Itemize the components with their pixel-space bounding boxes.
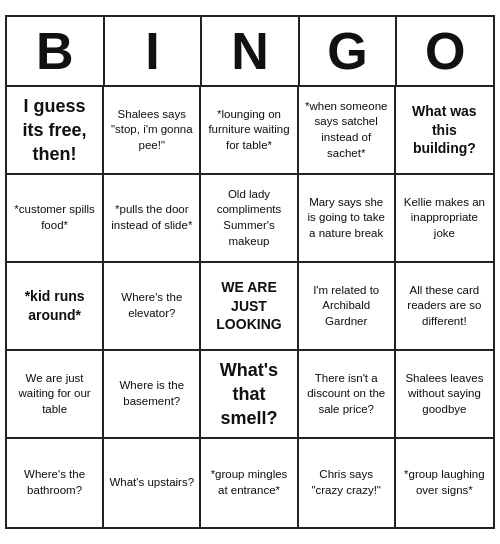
- bingo-cell-8[interactable]: Mary says she is going to take a nature …: [299, 175, 396, 263]
- header-letter-o: O: [397, 17, 493, 85]
- bingo-cell-6[interactable]: *pulls the door instead of slide*: [104, 175, 201, 263]
- bingo-cell-22[interactable]: *group mingles at entrance*: [201, 439, 298, 527]
- bingo-cell-17[interactable]: What's that smell?: [201, 351, 298, 439]
- bingo-cell-19[interactable]: Shalees leaves without saying goodbye: [396, 351, 493, 439]
- header-letter-g: G: [300, 17, 398, 85]
- bingo-cell-24[interactable]: *group laughing over signs*: [396, 439, 493, 527]
- bingo-header: BINGO: [7, 17, 493, 87]
- bingo-cell-23[interactable]: Chris says "crazy crazy!": [299, 439, 396, 527]
- header-letter-n: N: [202, 17, 300, 85]
- bingo-cell-9[interactable]: Kellie makes an inappropriate joke: [396, 175, 493, 263]
- bingo-cell-3[interactable]: *when someone says satchel instead of sa…: [299, 87, 396, 175]
- bingo-cell-12[interactable]: WE ARE JUST LOOKING: [201, 263, 298, 351]
- bingo-cell-5[interactable]: *customer spills food*: [7, 175, 104, 263]
- header-letter-i: I: [105, 17, 203, 85]
- bingo-cell-13[interactable]: I'm related to Archibald Gardner: [299, 263, 396, 351]
- bingo-card: BINGO I guess its free, then!Shalees say…: [5, 15, 495, 529]
- bingo-cell-10[interactable]: *kid runs around*: [7, 263, 104, 351]
- bingo-cell-20[interactable]: Where's the bathroom?: [7, 439, 104, 527]
- bingo-cell-1[interactable]: Shalees says "stop, i'm gonna pee!": [104, 87, 201, 175]
- bingo-cell-0[interactable]: I guess its free, then!: [7, 87, 104, 175]
- bingo-cell-16[interactable]: Where is the basement?: [104, 351, 201, 439]
- bingo-cell-14[interactable]: All these card readers are so different!: [396, 263, 493, 351]
- bingo-cell-4[interactable]: What was this building?: [396, 87, 493, 175]
- bingo-cell-7[interactable]: Old lady compliments Summer's makeup: [201, 175, 298, 263]
- header-letter-b: B: [7, 17, 105, 85]
- bingo-cell-21[interactable]: What's upstairs?: [104, 439, 201, 527]
- bingo-cell-2[interactable]: *lounging on furniture waiting for table…: [201, 87, 298, 175]
- bingo-grid: I guess its free, then!Shalees says "sto…: [7, 87, 493, 527]
- bingo-cell-15[interactable]: We are just waiting for our table: [7, 351, 104, 439]
- bingo-cell-18[interactable]: There isn't a discount on the sale price…: [299, 351, 396, 439]
- bingo-cell-11[interactable]: Where's the elevator?: [104, 263, 201, 351]
